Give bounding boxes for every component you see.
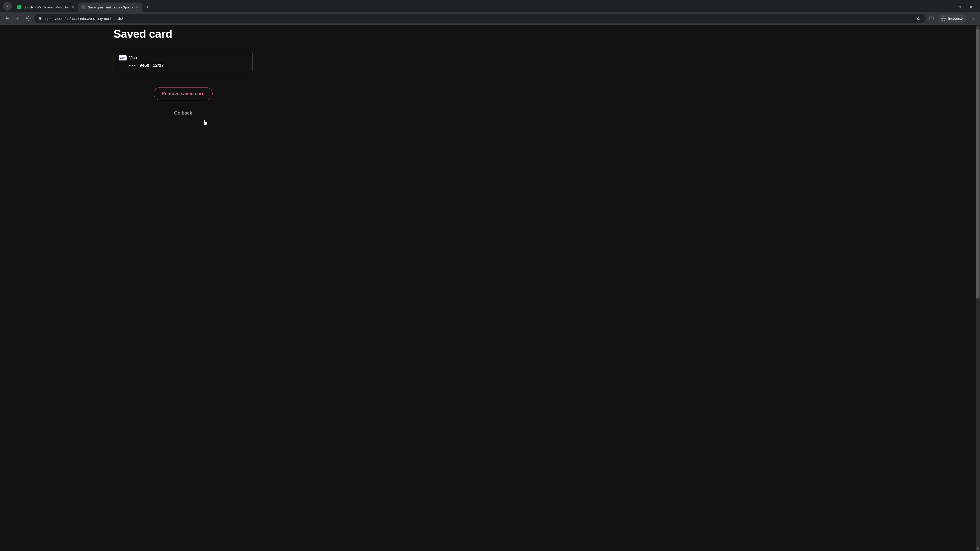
- svg-point-4: [973, 18, 974, 19]
- page-title: Saved card: [114, 27, 255, 40]
- tab-strip: Spotify - Web Player: Music for Saved pa…: [0, 0, 980, 12]
- svg-rect-2: [930, 17, 933, 20]
- spotify-icon: [81, 5, 86, 10]
- window-controls: [946, 5, 978, 12]
- card-brand-label: Visa: [129, 56, 137, 60]
- back-button[interactable]: [2, 14, 12, 23]
- tab-search-button[interactable]: [3, 2, 12, 11]
- tab-title: Spotify - Web Player: Music for: [24, 5, 69, 9]
- site-settings-icon[interactable]: [37, 16, 43, 21]
- close-icon[interactable]: [71, 5, 76, 10]
- side-panel-button[interactable]: [927, 14, 936, 23]
- incognito-label: Incognito: [948, 16, 963, 21]
- remove-card-button[interactable]: Remove saved card: [154, 87, 213, 100]
- scroll-thumb[interactable]: [976, 29, 980, 299]
- browser-toolbar: spotify.com/us/account/saved-payment-car…: [0, 12, 980, 25]
- scroll-track[interactable]: [976, 29, 980, 547]
- page-scroll[interactable]: Saved card VISA Visa ••• 9450 | 12/27 Re…: [0, 25, 980, 551]
- go-back-link[interactable]: Go back: [174, 110, 192, 116]
- card-last4-expiry: 9450 | 12/27: [140, 63, 164, 68]
- scroll-up-icon[interactable]: ▲: [976, 25, 980, 29]
- reload-button[interactable]: [24, 14, 33, 23]
- masked-dots: •••: [129, 63, 137, 68]
- tab-spotify-webplayer[interactable]: Spotify - Web Player: Music for: [14, 3, 78, 12]
- close-window-button[interactable]: [969, 5, 974, 9]
- page-content: Saved card VISA Visa ••• 9450 | 12/27 Re…: [0, 25, 980, 116]
- browser-window: Spotify - Web Player: Music for Saved pa…: [0, 0, 980, 551]
- svg-rect-1: [959, 6, 961, 8]
- forward-button[interactable]: [13, 14, 22, 23]
- tab-title: Saved payment cards - Spotify: [88, 5, 133, 9]
- bookmark-icon[interactable]: [915, 14, 923, 22]
- visa-badge-icon: VISA: [119, 56, 127, 60]
- saved-card-box: VISA Visa ••• 9450 | 12/27: [114, 51, 253, 73]
- scrollbar[interactable]: ▲ ▼: [976, 25, 980, 551]
- close-icon[interactable]: [135, 5, 140, 10]
- svg-point-5: [973, 19, 974, 20]
- incognito-indicator[interactable]: Incognito: [939, 14, 966, 23]
- url-text: spotify.com/us/account/saved-payment-car…: [45, 16, 123, 21]
- maximize-button[interactable]: [958, 5, 962, 9]
- minimize-button[interactable]: [946, 5, 951, 9]
- new-tab-button[interactable]: [144, 3, 151, 11]
- spotify-icon: [17, 5, 21, 10]
- browser-menu-button[interactable]: [968, 14, 978, 23]
- scroll-down-icon[interactable]: ▼: [976, 547, 980, 551]
- tab-saved-payment-cards[interactable]: Saved payment cards - Spotify: [78, 3, 142, 12]
- incognito-icon: [941, 16, 946, 21]
- address-bar[interactable]: spotify.com/us/account/saved-payment-car…: [34, 14, 926, 23]
- svg-point-3: [973, 17, 974, 17]
- page-viewport: Saved card VISA Visa ••• 9450 | 12/27 Re…: [0, 25, 980, 551]
